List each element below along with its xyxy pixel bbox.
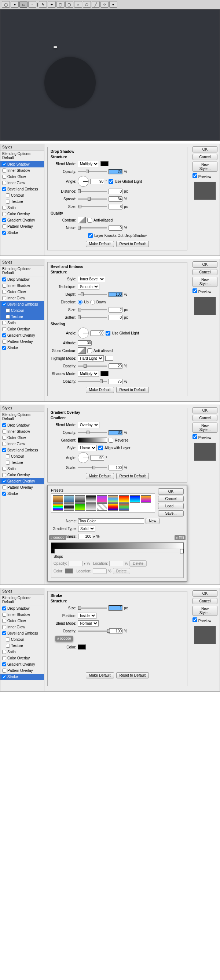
noise-input[interactable]: [109, 225, 122, 231]
tool-marquee-icon[interactable]: ▭: [19, 1, 27, 8]
tool-rrect-icon[interactable]: ▢: [65, 1, 73, 8]
style-checkbox[interactable]: [6, 200, 10, 204]
slider[interactable]: [78, 381, 107, 382]
style-item-bevel-and-emboss[interactable]: Bevel and Emboss: [0, 186, 44, 192]
ok-button[interactable]: OK: [193, 590, 217, 597]
style-checkbox[interactable]: [2, 675, 6, 679]
style-item-inner-glow[interactable]: Inner Glow: [0, 441, 44, 447]
make-default-button[interactable]: Make Default: [86, 241, 114, 247]
style-checkbox[interactable]: [2, 284, 6, 288]
style-item-gradient-overlay[interactable]: Gradient Overlay: [0, 478, 44, 484]
global-light-check[interactable]: [106, 331, 110, 336]
ok-button[interactable]: OK: [158, 488, 184, 495]
style-checkbox[interactable]: [2, 327, 6, 331]
style-checkbox[interactable]: [2, 169, 6, 173]
tool-ellipse-icon[interactable]: ◯: [2, 1, 10, 8]
gradient-preset[interactable]: [108, 495, 118, 503]
s-opacity-input[interactable]: [109, 379, 122, 384]
depth-input[interactable]: [109, 292, 122, 297]
style-item-color-overlay[interactable]: Color Overlay: [0, 472, 44, 478]
preview-check[interactable]: Preview: [193, 288, 217, 294]
style-checkbox[interactable]: [6, 309, 10, 313]
save-button[interactable]: Save...: [158, 510, 184, 517]
style-checkbox[interactable]: [2, 467, 6, 471]
slider[interactable]: [78, 294, 107, 295]
style-item-contour[interactable]: Contour: [0, 192, 44, 199]
tool-add-icon[interactable]: ▫: [28, 1, 36, 8]
style-item-stroke[interactable]: Stroke: [0, 490, 44, 497]
gradient-preset[interactable]: [97, 503, 107, 511]
preview-check[interactable]: Preview: [193, 173, 217, 179]
style-item-inner-shadow[interactable]: Inner Shadow: [0, 283, 44, 289]
canvas[interactable]: [0, 9, 220, 141]
style-checkbox[interactable]: [2, 296, 6, 300]
style-item-color-overlay[interactable]: Color Overlay: [0, 326, 44, 332]
style-item-inner-shadow[interactable]: Inner Shadow: [0, 611, 44, 618]
style-item-bevel-and-emboss[interactable]: Bevel and Emboss: [0, 630, 44, 636]
style-checkbox[interactable]: [6, 454, 10, 458]
style-item-texture[interactable]: Texture: [0, 460, 44, 466]
style-item-satin[interactable]: Satin: [0, 205, 44, 211]
global-light-check[interactable]: [109, 179, 113, 184]
contour-swatch[interactable]: [78, 217, 86, 223]
opacity-input[interactable]: [109, 169, 122, 174]
new-style-button[interactable]: New Style...: [193, 162, 217, 172]
slider[interactable]: [78, 228, 107, 229]
cancel-button[interactable]: Cancel: [193, 154, 217, 160]
slider[interactable]: [78, 206, 107, 207]
spread-input[interactable]: [109, 196, 122, 202]
blend-mode-select[interactable]: Overlay: [78, 422, 100, 428]
gradient-bar[interactable]: # 000000 # ffffff: [51, 542, 184, 549]
new-style-button[interactable]: New Style...: [193, 277, 217, 287]
gloss-swatch[interactable]: [78, 347, 86, 354]
make-default-button[interactable]: Make Default: [86, 387, 114, 393]
grad-style-select[interactable]: Linear: [78, 445, 97, 451]
opacity-input[interactable]: [109, 430, 122, 435]
distance-input[interactable]: [109, 189, 122, 194]
position-select[interactable]: Inside: [78, 612, 96, 619]
style-item-drop-shadow[interactable]: Drop Shadow: [0, 276, 44, 283]
style-checkbox[interactable]: [2, 606, 6, 611]
altitude-input[interactable]: [78, 340, 92, 346]
style-checkbox[interactable]: [6, 638, 10, 641]
style-item-gradient-overlay[interactable]: Gradient Overlay: [0, 661, 44, 667]
style-item-satin[interactable]: Satin: [0, 649, 44, 655]
style-checkbox[interactable]: [2, 448, 6, 452]
style-checkbox[interactable]: [2, 612, 6, 617]
style-item-texture[interactable]: Texture: [0, 313, 44, 320]
slider[interactable]: [78, 432, 107, 433]
circle-shape[interactable]: [44, 57, 96, 108]
slider[interactable]: [78, 608, 107, 609]
reset-default-button[interactable]: Reset to Default: [116, 672, 149, 678]
slider[interactable]: [78, 467, 107, 468]
tool-more-icon[interactable]: ▾: [109, 1, 117, 8]
style-item-contour[interactable]: Contour: [0, 307, 44, 313]
gradient-preset[interactable]: [64, 495, 74, 503]
make-default-button[interactable]: Make Default: [86, 672, 114, 678]
technique-select[interactable]: Smooth: [78, 284, 100, 290]
blend-mode-select[interactable]: Normal: [78, 620, 99, 627]
style-checkbox[interactable]: [6, 461, 10, 465]
opacity-input[interactable]: [109, 628, 122, 634]
style-checkbox[interactable]: [2, 631, 6, 635]
style-checkbox[interactable]: [6, 315, 10, 319]
new-style-button[interactable]: New Style...: [193, 423, 217, 433]
style-checkbox[interactable]: [2, 485, 6, 490]
gradient-preset[interactable]: [53, 503, 63, 511]
angle-dial[interactable]: [78, 452, 89, 463]
knockout-check[interactable]: [88, 233, 93, 238]
smoothness-input[interactable]: [78, 534, 92, 539]
style-item-pattern-overlay[interactable]: Pattern Overlay: [0, 339, 44, 345]
style-item-bevel-and-emboss[interactable]: Bevel and Emboss: [0, 301, 44, 307]
style-checkbox[interactable]: [2, 442, 6, 446]
color-swatch[interactable]: [100, 161, 109, 166]
scale-input[interactable]: [109, 465, 122, 471]
style-checkbox[interactable]: [6, 193, 10, 197]
reset-default-button[interactable]: Reset to Default: [116, 241, 149, 247]
style-checkbox[interactable]: [2, 430, 6, 434]
style-checkbox[interactable]: [2, 277, 6, 282]
style-item-contour[interactable]: Contour: [0, 636, 44, 643]
stroke-color-swatch[interactable]: [78, 644, 86, 649]
tool-rect-icon[interactable]: ▢: [56, 1, 64, 8]
cancel-button[interactable]: Cancel: [193, 269, 217, 275]
